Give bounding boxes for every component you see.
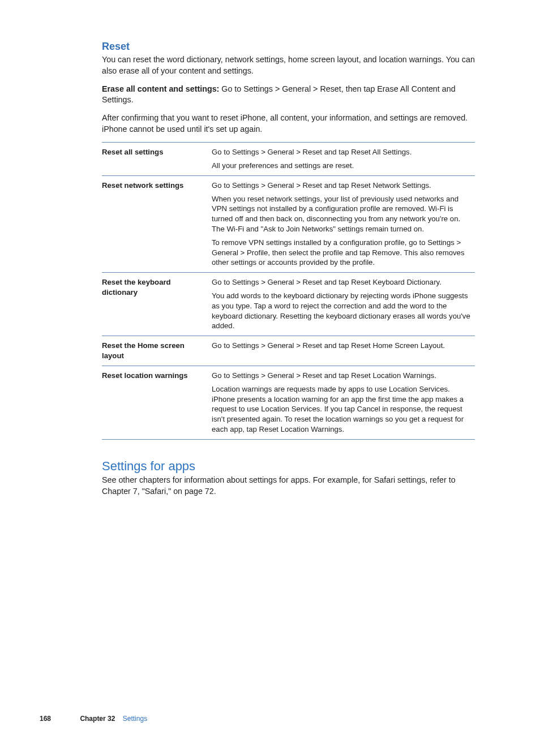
row-content: Go to Settings > General > Reset and tap…: [212, 366, 475, 439]
row-content: Go to Settings > General > Reset and tap…: [212, 175, 475, 273]
row-text: All your preferences and settings are re…: [212, 161, 473, 171]
row-text: You add words to the keyboard dictionary…: [212, 291, 473, 331]
page-number: 168: [40, 715, 51, 723]
row-text: To remove VPN settings installed by a co…: [212, 238, 473, 268]
row-label: Reset the Home screen layout: [102, 336, 212, 366]
after-confirm: After confirming that you want to reset …: [102, 113, 475, 135]
row-content: Go to Settings > General > Reset and tap…: [212, 143, 475, 176]
section-heading-reset: Reset: [102, 40, 475, 53]
erase-paragraph: Erase all content and settings: Go to Se…: [102, 84, 475, 106]
apps-body: See other chapters for information about…: [102, 475, 475, 497]
reset-table: Reset all settings Go to Settings > Gene…: [102, 142, 475, 440]
row-text: Go to Settings > General > Reset and tap…: [212, 181, 473, 191]
row-content: Go to Settings > General > Reset and tap…: [212, 273, 475, 336]
table-row: Reset network settings Go to Settings > …: [102, 175, 475, 273]
chapter-label: Chapter 32: [80, 715, 115, 723]
table-row: Reset the keyboard dictionary Go to Sett…: [102, 273, 475, 336]
reset-intro: You can reset the word dictionary, netwo…: [102, 54, 475, 76]
row-content: Go to Settings > General > Reset and tap…: [212, 336, 475, 366]
row-label: Reset the keyboard dictionary: [102, 273, 212, 336]
row-label: Reset network settings: [102, 175, 212, 273]
row-text: Go to Settings > General > Reset and tap…: [212, 277, 473, 287]
row-label: Reset all settings: [102, 143, 212, 176]
row-label: Reset location warnings: [102, 366, 212, 439]
row-text: Go to Settings > General > Reset and tap…: [212, 371, 473, 381]
table-row: Reset location warnings Go to Settings >…: [102, 366, 475, 439]
section-heading-apps: Settings for apps: [102, 458, 475, 475]
table-row: Reset the Home screen layout Go to Setti…: [102, 336, 475, 366]
page-footer: 168 Chapter 32 Settings: [40, 714, 147, 723]
row-text: Go to Settings > General > Reset and tap…: [212, 147, 473, 157]
erase-bold: Erase all content and settings:: [102, 84, 221, 93]
row-text: When you reset network settings, your li…: [212, 194, 473, 234]
row-text: Go to Settings > General > Reset and tap…: [212, 341, 473, 351]
chapter-title: Settings: [123, 715, 147, 723]
row-text: Location warnings are requests made by a…: [212, 384, 473, 435]
table-row: Reset all settings Go to Settings > Gene…: [102, 143, 475, 176]
